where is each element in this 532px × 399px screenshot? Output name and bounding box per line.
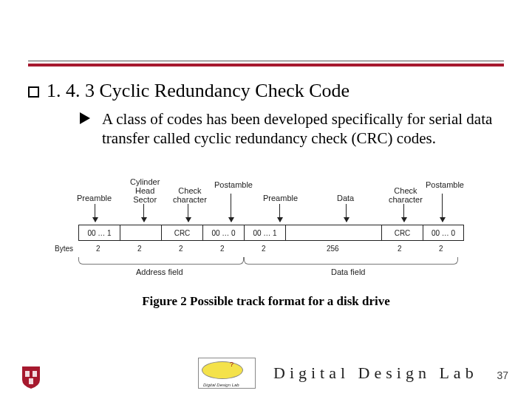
heading-text: 1. 4. 3 Cyclic Redundancy Check Code bbox=[47, 80, 349, 102]
brace-address bbox=[78, 257, 244, 265]
bytes-7: 2 bbox=[398, 245, 402, 253]
figure-track-format: Preamble Cylinder Head Sector Check char… bbox=[72, 171, 464, 281]
brace-address-label: Address field bbox=[136, 267, 183, 276]
lab-logo-icon: ? Digital Design Lab bbox=[198, 358, 256, 389]
square-bullet-icon bbox=[28, 86, 39, 98]
bytes-3: 2 bbox=[179, 245, 183, 253]
arrow-down-icon bbox=[95, 204, 95, 222]
divider-thin bbox=[28, 61, 504, 61]
page-number: 37 bbox=[497, 369, 508, 381]
label-check-2: Check character bbox=[389, 186, 423, 204]
cell-chs bbox=[120, 225, 161, 241]
label-chs: Cylinder Head Sector bbox=[130, 177, 160, 204]
svg-rect-0 bbox=[25, 371, 30, 377]
footer: ? Digital Design Lab Digital Design Lab … bbox=[0, 358, 532, 399]
arrow-down-icon bbox=[188, 204, 188, 222]
brace-data-label: Data field bbox=[331, 267, 365, 276]
shield-logo-icon bbox=[22, 366, 40, 389]
cells-row: 00 … 1 CRC 00 … 0 00 … 1 CRC 00 … 0 bbox=[78, 225, 464, 241]
arrow-down-icon bbox=[403, 204, 404, 222]
bytes-4: 2 bbox=[220, 245, 225, 253]
bytes-2: 2 bbox=[137, 245, 142, 253]
cell-postamble-2: 00 … 0 bbox=[423, 225, 464, 241]
svg-rect-1 bbox=[33, 371, 37, 377]
label-postamble-2: Postamble bbox=[426, 180, 464, 189]
label-postamble-1: Postamble bbox=[214, 180, 253, 189]
arrow-down-icon bbox=[279, 204, 280, 222]
cell-postamble-1: 00 … 0 bbox=[202, 225, 244, 241]
label-preamble-1: Preamble bbox=[77, 194, 112, 202]
label-data: Data bbox=[337, 194, 354, 202]
arrow-down-icon bbox=[442, 194, 443, 222]
bytes-5: 2 bbox=[262, 245, 266, 253]
divider-thick bbox=[28, 64, 504, 66]
arrow-down-icon bbox=[143, 204, 144, 222]
logo-caption: Digital Design Lab bbox=[203, 383, 239, 387]
cell-preamble-2: 00 … 1 bbox=[244, 225, 285, 241]
cell-preamble-1: 00 … 1 bbox=[78, 225, 120, 241]
arrow-down-icon bbox=[346, 204, 347, 222]
svg-rect-2 bbox=[29, 378, 33, 384]
bytes-8: 2 bbox=[439, 245, 443, 253]
label-preamble-2: Preamble bbox=[263, 194, 298, 202]
label-check-1: Check character bbox=[173, 186, 207, 204]
logo-mark: ? bbox=[230, 361, 233, 368]
triangle-bullet-icon bbox=[80, 112, 90, 124]
brace-data bbox=[244, 257, 458, 265]
cell-crc-2: CRC bbox=[381, 225, 423, 241]
cell-crc-1: CRC bbox=[161, 225, 202, 241]
arrow-down-icon bbox=[231, 194, 231, 222]
cell-data bbox=[285, 225, 381, 241]
bytes-6: 256 bbox=[327, 245, 339, 253]
bytes-label: Bytes bbox=[55, 245, 73, 253]
figure-caption: Figure 2 Possible track format for a dis… bbox=[0, 294, 532, 309]
section-heading: 1. 4. 3 Cyclic Redundancy Check Code bbox=[28, 80, 349, 102]
bytes-1: 2 bbox=[96, 245, 100, 253]
body-paragraph: A class of codes has been developed spec… bbox=[102, 109, 501, 149]
footer-title: Digital Design Lab bbox=[273, 364, 478, 383]
